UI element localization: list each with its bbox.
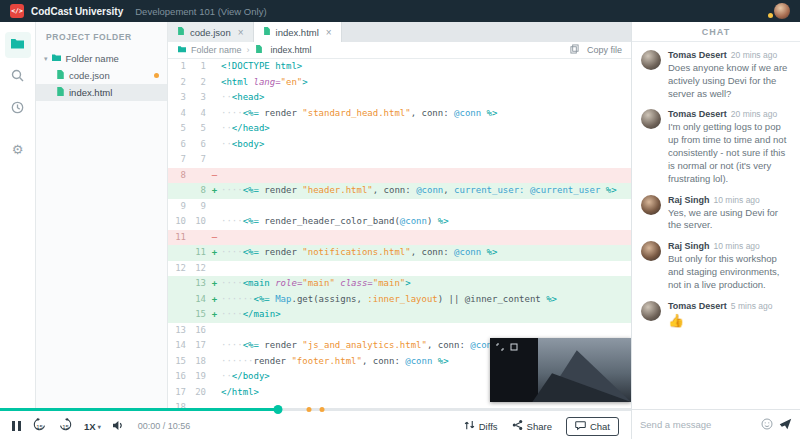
chat-message-input[interactable] [640, 419, 755, 430]
message-text: I'm only getting logs to pop up from tim… [668, 121, 791, 185]
message-author: Tomas Desert [668, 50, 727, 60]
diffs-label: Diffs [479, 421, 498, 432]
user-avatar[interactable] [774, 3, 790, 19]
settings-button[interactable]: ⚙ [5, 136, 31, 162]
skip-back-15-button[interactable]: 15 [32, 417, 47, 436]
close-icon[interactable]: × [238, 27, 244, 38]
playback-bar: 15 15 1X ▾ 00:00 / 10:56 Di [0, 409, 631, 439]
close-icon[interactable]: × [326, 27, 332, 38]
breadcrumb: Folder name › index.html Copy file [168, 42, 631, 59]
files-panel-button[interactable] [5, 32, 31, 58]
timeline-knob[interactable] [273, 405, 282, 414]
code-line: 1010····<%= render_header_color_band(@co… [168, 214, 631, 230]
history-button[interactable] [5, 96, 31, 122]
avatar-image[interactable] [774, 3, 790, 19]
tab-label: code.json [190, 27, 231, 38]
emoji-icon[interactable] [761, 416, 773, 434]
video-overlay[interactable] [490, 338, 631, 402]
code-line: 77 [168, 152, 631, 168]
file-name-label: index.html [69, 87, 112, 98]
send-icon[interactable] [779, 416, 792, 434]
avatar [641, 301, 661, 321]
search-icon [11, 68, 24, 86]
file-icon [56, 86, 69, 99]
code-line: 11– [168, 230, 631, 246]
chat-toggle-button[interactable]: Chat [566, 417, 619, 436]
session-title: Developement 101 (View Only) [135, 6, 266, 17]
message-time: 20 mins ago [731, 50, 777, 60]
code-line: 99 [168, 199, 631, 215]
timeline-scrubber[interactable] [0, 408, 631, 411]
chat-bubble-icon [575, 420, 586, 433]
timeline-marker[interactable] [307, 407, 312, 412]
copy-file-label: Copy file [587, 45, 622, 55]
code-line: 66··<body> [168, 137, 631, 153]
tree-file-index-html[interactable]: index.html [36, 84, 167, 101]
search-button[interactable] [5, 64, 31, 90]
file-icon [56, 69, 69, 82]
code-line: 8+····<%= render "header.html", conn: @c… [168, 183, 631, 199]
chat-header: CHAT [632, 22, 800, 42]
message-text: But only for this workshop and staging e… [668, 253, 791, 291]
code-line: 8– [168, 168, 631, 184]
folder-icon [177, 45, 191, 55]
chat-message: Tomas Desert5 mins ago 👍 [632, 294, 800, 332]
modified-dot [154, 73, 159, 78]
timecode-label: 00:00 / 10:56 [138, 421, 191, 431]
skip-back-label: 15 [36, 424, 43, 430]
gear-icon: ⚙ [12, 142, 24, 157]
tree-folder-row[interactable]: ▾ Folder name [36, 50, 167, 67]
diffs-icon [464, 419, 475, 433]
chevron-right-icon: › [247, 45, 250, 55]
tab-index-html[interactable]: index.html × [254, 22, 342, 42]
tab-bar: code.json × index.html × [168, 22, 631, 42]
avatar [641, 50, 661, 70]
file-icon [177, 26, 185, 38]
share-label: Share [527, 421, 552, 432]
tab-code-json[interactable]: code.json × [168, 22, 254, 42]
code-line: 15+····</main> [168, 307, 631, 323]
message-text: Yes, we are using Devi for the server. [668, 207, 791, 233]
skip-forward-label: 15 [62, 424, 69, 430]
code-line: 1316 [168, 323, 631, 339]
code-line: 14+······<%= Map.get(assigns, :inner_lay… [168, 292, 631, 308]
fullscreen-icon[interactable] [496, 343, 504, 351]
file-icon [255, 44, 267, 56]
tree-file-code-json[interactable]: code.json [36, 67, 167, 84]
avatar [641, 195, 661, 215]
timeline-marker[interactable] [319, 407, 324, 412]
pause-button[interactable] [12, 421, 21, 431]
message-author: Tomas Desert [668, 109, 727, 119]
avatar [641, 109, 661, 129]
skip-forward-15-button[interactable]: 15 [58, 417, 73, 436]
message-text: 👍 [668, 312, 772, 330]
share-button[interactable]: Share [512, 419, 552, 433]
folder-name-label: Folder name [66, 53, 119, 64]
speaker-icon [112, 417, 125, 435]
folder-icon [51, 53, 66, 64]
copy-file-button[interactable]: Copy file [570, 44, 622, 56]
project-panel: PROJECT FOLDER ▾ Folder name code.json i… [36, 22, 168, 409]
volume-button[interactable] [112, 417, 125, 435]
playback-speed-button[interactable]: 1X ▾ [84, 421, 101, 432]
left-icon-rail: ⚙ [0, 22, 36, 409]
chat-message: Tomas Desert20 mins ago I'm only getting… [632, 102, 800, 187]
message-time: 10 mins ago [714, 241, 760, 251]
message-time: 20 mins ago [731, 109, 777, 119]
share-icon [512, 419, 523, 433]
tab-label: index.html [276, 27, 319, 38]
message-author: Tomas Desert [668, 301, 727, 311]
chat-message-list[interactable]: Tomas Desert20 mins ago Does anyone know… [632, 43, 800, 409]
top-bar: </> CodCast University Developement 101 … [0, 0, 800, 22]
diffs-button[interactable]: Diffs [464, 419, 498, 433]
chat-input-bar [632, 409, 800, 439]
message-text: Does anyone know if we are actively usin… [668, 62, 791, 100]
code-line: 13+····<main role="main" class="main"> [168, 276, 631, 292]
popout-icon[interactable] [510, 343, 518, 351]
avatar [641, 241, 661, 261]
pause-icon [12, 421, 21, 431]
app-logo-icon[interactable]: </> [10, 4, 24, 18]
chat-sidebar: CHAT Tomas Desert20 mins ago Does anyone… [631, 22, 800, 439]
message-time: 10 mins ago [714, 195, 760, 205]
breadcrumb-folder: Folder name [191, 45, 242, 55]
